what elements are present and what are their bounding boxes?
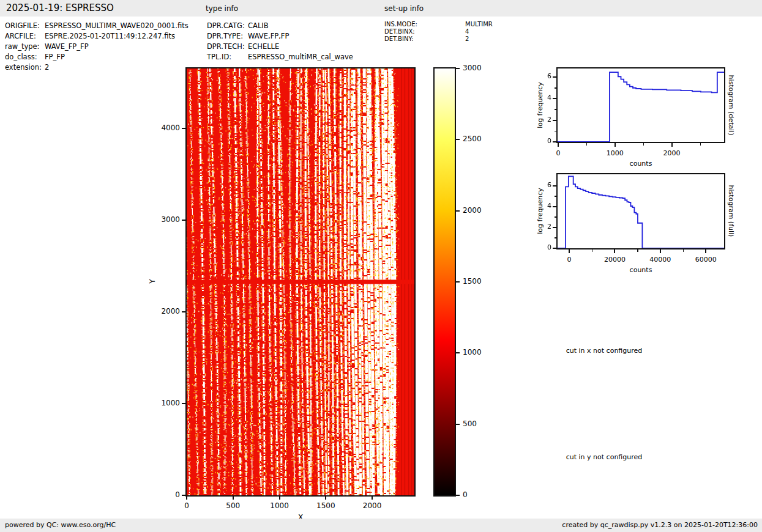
field-label: raw_type: [5, 42, 40, 51]
hist-full-x-label: counts [630, 266, 652, 274]
field-label: DPR.TYPE: [207, 32, 243, 40]
field-label: extension: [5, 63, 42, 72]
hist-y-tick [553, 185, 556, 187]
colorbar-tick [455, 424, 460, 425]
main-x-tick-label: 0 [184, 501, 189, 510]
field-value: WAVE_FP_FP [45, 42, 89, 51]
colorbar-tick-label: 500 [463, 419, 477, 428]
field-label: DET.BINY: [384, 35, 414, 42]
hist-x-tick-label: 0 [556, 149, 560, 157]
main-y-axis-label: Y [148, 279, 157, 283]
field-label: ORIGFILE: [5, 21, 40, 30]
field-label: do_class: [5, 53, 37, 61]
main-x-tick [186, 497, 187, 500]
main-y-tick [182, 403, 185, 404]
hist-x-tick-label: 1000 [607, 149, 624, 157]
main-y-tick [182, 495, 185, 496]
colorbar-tick-label: 2500 [463, 135, 482, 143]
hist-detail-x-label: counts [630, 160, 652, 168]
qc-rawdisp-page: 2025-01-19: ESPRESSO type info set-up in… [0, 0, 762, 532]
hist-y-minor-tick [555, 109, 557, 110]
main-y-tick-label: 4000 [153, 124, 180, 132]
colorbar-tick-label: 3000 [463, 64, 482, 72]
main-y-tick-label: 2000 [153, 307, 180, 316]
colorbar-tick [455, 281, 460, 283]
colorbar-tick [455, 68, 460, 69]
raw-image-canvas [187, 68, 414, 495]
histogram-detail-plot [556, 67, 725, 143]
hist-y-tick [553, 248, 556, 249]
page-title: 2025-01-19: ESPRESSO [6, 2, 114, 13]
field-value: ESPRESSO_MULTIMR_WAVE020_0001.fits [45, 21, 189, 30]
hist-y-tick [553, 206, 556, 207]
histogram-full-plot [556, 173, 725, 249]
hist-x-tick [614, 143, 616, 147]
field-value: ECHELLE [248, 42, 279, 51]
field-label: DET.BINX: [384, 28, 415, 35]
main-y-tick [182, 128, 185, 129]
main-x-tick-label: 1500 [316, 501, 335, 510]
hist-x-tick-label: 2000 [663, 149, 681, 157]
hist-x-tick [660, 249, 661, 253]
main-x-tick-label: 2000 [363, 501, 382, 510]
hist-x-minor-tick [592, 249, 593, 252]
colorbar-tick [455, 495, 460, 496]
hist-y-tick [553, 141, 556, 142]
hist-x-tick [671, 143, 673, 147]
hist-y-tick-label: 0 [534, 137, 551, 145]
colorbar-tick-label: 1000 [463, 348, 482, 357]
hist-x-tick-label: 40000 [649, 256, 671, 264]
colorbar-tick-label: 1500 [463, 277, 482, 286]
hist-y-tick [553, 76, 556, 78]
field-value: CALIB [248, 21, 269, 30]
field-value: WAVE,FP,FP [248, 32, 289, 40]
hist-y-tick [553, 120, 556, 121]
hist-y-tick-label: 2 [534, 223, 551, 231]
setup-info-header: set-up info [384, 4, 424, 13]
type-info-header: type info [206, 4, 238, 13]
hist-y-minor-tick [555, 131, 557, 132]
colorbar [433, 67, 456, 497]
colorbar-tick-label: 2000 [463, 206, 482, 215]
field-value: ESPRESSO_multiMR_cal_wave [248, 53, 353, 61]
hist-x-tick [705, 249, 706, 253]
histogram-detail-canvas [558, 68, 724, 142]
main-x-tick-label: 1000 [270, 501, 289, 510]
hist-x-minor-tick [643, 143, 644, 146]
raw-image-plot [185, 67, 416, 497]
field-label: ARCFILE: [5, 32, 36, 40]
hist-x-minor-tick [586, 143, 588, 146]
hist-y-minor-tick [555, 216, 557, 218]
field-value: FP_FP [45, 53, 65, 61]
hist-y-minor-tick [555, 196, 557, 197]
field-label: TPL.ID: [207, 53, 231, 61]
cut-x-message: cut in x not configured [566, 347, 643, 355]
colorbar-tick [455, 139, 460, 140]
hist-y-tick [553, 227, 556, 228]
main-x-tick [372, 497, 373, 500]
main-y-tick-label: 1000 [153, 399, 180, 407]
hist-x-tick [558, 143, 559, 147]
main-y-tick-label: 3000 [153, 215, 180, 224]
field-label: DPR.TECH: [207, 42, 245, 51]
main-x-tick-label: 500 [226, 501, 240, 510]
field-label: INS.MODE: [384, 21, 417, 28]
colorbar-tick [455, 210, 460, 212]
hist-x-tick-label: 0 [567, 256, 571, 264]
hist-x-tick [569, 249, 570, 253]
hist-y-tick-label: 6 [534, 181, 551, 189]
hist-y-tick-label: 4 [534, 94, 551, 102]
field-value: 2 [465, 35, 469, 42]
hist-y-tick-label: 0 [534, 243, 551, 251]
footer-right-text: created by qc_rawdisp.py v1.2.3 on 2025-… [562, 521, 758, 529]
hist-y-minor-tick [555, 237, 557, 238]
hist-x-minor-tick [700, 143, 701, 146]
hist-x-minor-tick [683, 249, 684, 252]
colorbar-tick-label: 0 [463, 490, 468, 499]
hist-y-tick [553, 98, 556, 99]
footer-left-text: powered by QC: www.eso.org/HC [5, 521, 116, 529]
hist-x-minor-tick [637, 249, 638, 252]
hist-y-tick-label: 4 [534, 202, 551, 210]
hist-detail-right-label: histogram (detail) [727, 75, 735, 136]
field-value: ESPRE.2025-01-20T11:49:12.247.fits [45, 32, 175, 40]
